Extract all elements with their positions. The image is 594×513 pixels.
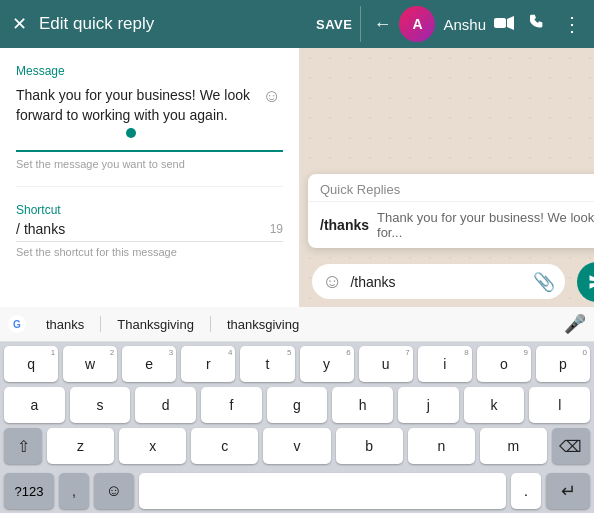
qr-shortcut: /thanks xyxy=(320,217,369,233)
phone-icon[interactable] xyxy=(530,14,546,35)
comma-key[interactable]: , xyxy=(59,473,89,509)
key-w[interactable]: 2w xyxy=(63,346,117,382)
key-z[interactable]: z xyxy=(47,428,114,464)
divider-1 xyxy=(100,316,101,332)
key-row-1: 1q 2w 3e 4r 5t 6y 7u 8i 9o 0p xyxy=(4,346,590,382)
chat-panel: Quick Replies /thanks Thank you for your… xyxy=(300,48,594,307)
keys-area: 1q 2w 3e 4r 5t 6y 7u 8i 9o 0p a s d f g … xyxy=(0,342,594,473)
close-icon[interactable]: ✕ xyxy=(12,13,27,35)
quick-replies-popup: Quick Replies /thanks Thank you for your… xyxy=(308,174,594,248)
chat-input-bar: ☺ 📎 xyxy=(312,264,565,299)
shortcut-field: Shortcut / 19 Set the shortcut for this … xyxy=(16,203,283,258)
svg-marker-1 xyxy=(507,16,514,30)
keyboard: G thanks Thanksgiving thanksgiving 🎤 1q … xyxy=(0,307,594,513)
back-arrow-icon[interactable]: ← xyxy=(373,14,391,35)
video-call-icon[interactable] xyxy=(494,14,514,35)
message-hint: Set the message you want to send xyxy=(16,158,283,170)
key-b[interactable]: b xyxy=(336,428,403,464)
emoji-keyboard-key[interactable]: ☺ xyxy=(94,473,134,509)
divider xyxy=(16,186,283,187)
edit-panel: Message Thank you for your business! We … xyxy=(0,48,300,307)
suggestion-1[interactable]: thanks xyxy=(38,315,92,334)
message-label: Message xyxy=(16,64,283,78)
key-o[interactable]: 9o xyxy=(477,346,531,382)
key-q[interactable]: 1q xyxy=(4,346,58,382)
contact-name: Anshu xyxy=(443,16,486,33)
message-input[interactable]: Thank you for your business! We look for… xyxy=(16,82,283,152)
shortcut-char-count: 19 xyxy=(270,222,283,236)
chat-input[interactable] xyxy=(350,274,525,290)
key-v[interactable]: v xyxy=(263,428,330,464)
suggestions-row: G thanks Thanksgiving thanksgiving 🎤 xyxy=(0,307,594,342)
chat-area xyxy=(300,48,594,166)
key-u[interactable]: 7u xyxy=(359,346,413,382)
key-l[interactable]: l xyxy=(529,387,590,423)
emoji-icon[interactable]: ☺ xyxy=(263,86,281,107)
google-logo: G xyxy=(8,315,26,333)
key-d[interactable]: d xyxy=(135,387,196,423)
key-i[interactable]: 8i xyxy=(418,346,472,382)
suggestion-2[interactable]: Thanksgiving xyxy=(109,315,202,334)
cursor-indicator xyxy=(126,128,136,138)
key-e[interactable]: 3e xyxy=(122,346,176,382)
key-y[interactable]: 6y xyxy=(300,346,354,382)
key-f[interactable]: f xyxy=(201,387,262,423)
save-button[interactable]: SAVE xyxy=(316,17,352,32)
page-title: Edit quick reply xyxy=(39,14,154,34)
divider-2 xyxy=(210,316,211,332)
shift-key[interactable]: ⇧ xyxy=(4,428,42,464)
key-k[interactable]: k xyxy=(464,387,525,423)
quick-reply-item[interactable]: /thanks Thank you for your business! We … xyxy=(308,202,594,248)
attachment-icon[interactable]: 📎 xyxy=(533,271,555,293)
key-h[interactable]: h xyxy=(332,387,393,423)
app-header: ✕ Edit quick reply SAVE ← A Anshu ⋮ xyxy=(0,0,594,48)
avatar: A xyxy=(399,6,435,42)
send-button[interactable] xyxy=(577,262,594,302)
enter-key[interactable]: ↵ xyxy=(546,473,590,509)
mic-icon[interactable]: 🎤 xyxy=(564,313,586,335)
key-p[interactable]: 0p xyxy=(536,346,590,382)
key-g[interactable]: g xyxy=(267,387,328,423)
key-j[interactable]: j xyxy=(398,387,459,423)
key-row-3: ⇧ z x c v b n m ⌫ xyxy=(4,428,590,464)
key-a[interactable]: a xyxy=(4,387,65,423)
key-s[interactable]: s xyxy=(70,387,131,423)
chat-emoji-icon[interactable]: ☺ xyxy=(322,270,342,293)
shortcut-hint: Set the shortcut for this message xyxy=(16,246,283,258)
suggestion-3[interactable]: thanksgiving xyxy=(219,315,307,334)
shortcut-label: Shortcut xyxy=(16,203,283,217)
more-options-icon[interactable]: ⋮ xyxy=(562,12,582,36)
backspace-key[interactable]: ⌫ xyxy=(552,428,590,464)
key-r[interactable]: 4r xyxy=(181,346,235,382)
quick-replies-header: Quick Replies xyxy=(308,174,594,202)
svg-rect-0 xyxy=(494,18,506,28)
key-m[interactable]: m xyxy=(480,428,547,464)
period-key[interactable]: . xyxy=(511,473,541,509)
num-switch-key[interactable]: ?123 xyxy=(4,473,54,509)
shortcut-input[interactable] xyxy=(24,221,266,237)
space-key[interactable] xyxy=(139,473,506,509)
shortcut-slash: / xyxy=(16,221,20,237)
key-t[interactable]: 5t xyxy=(240,346,294,382)
qr-preview: Thank you for your business! We look for… xyxy=(377,210,594,240)
key-row-2: a s d f g h j k l xyxy=(4,387,590,423)
key-c[interactable]: c xyxy=(191,428,258,464)
key-x[interactable]: x xyxy=(119,428,186,464)
bottom-key-row: ?123 , ☺ . ↵ xyxy=(0,473,594,513)
key-n[interactable]: n xyxy=(408,428,475,464)
message-field: Message Thank you for your business! We … xyxy=(16,64,283,170)
